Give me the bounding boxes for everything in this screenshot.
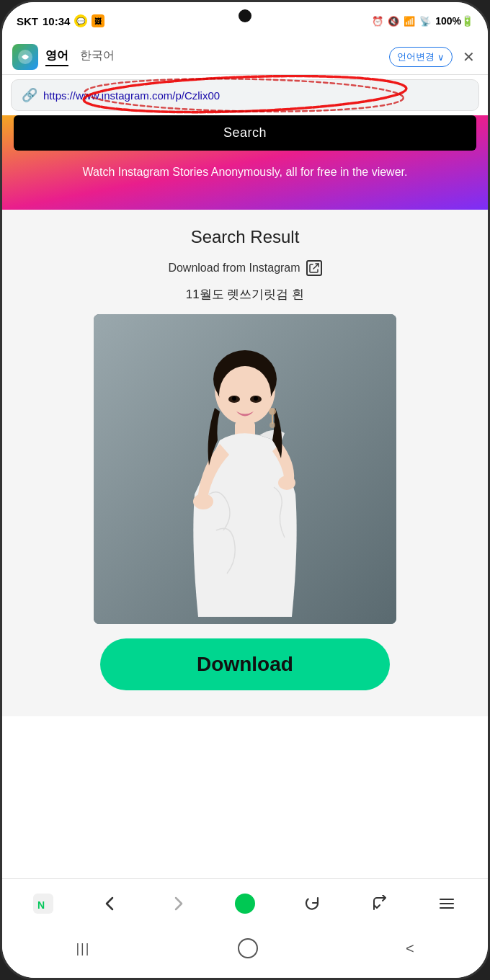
home-button[interactable]: [229, 888, 261, 919]
camera-notch: [239, 9, 251, 22]
gesture-bar: ||| <: [2, 927, 488, 978]
svg-point-17: [232, 396, 236, 401]
menu-button[interactable]: [431, 888, 463, 919]
battery-label: 100%🔋: [435, 15, 473, 27]
time-label: 10:34: [43, 15, 70, 27]
back-button[interactable]: [94, 888, 126, 919]
gallery-icon: 🖼: [92, 14, 104, 27]
post-image: [94, 314, 396, 624]
lang-tabs: 영어 한국어: [45, 48, 115, 66]
svg-point-10: [193, 494, 213, 509]
lang-tab-english[interactable]: 영어: [45, 48, 68, 66]
home-dot: [235, 894, 255, 914]
link-icon: 🔗: [22, 87, 37, 103]
close-button[interactable]: ✕: [460, 48, 478, 66]
download-link-row: Download from Instagram: [14, 260, 476, 276]
download-button[interactable]: Download: [100, 638, 390, 690]
gesture-home[interactable]: [238, 938, 258, 958]
bottom-nav: N: [2, 878, 488, 927]
phone-frame: SKT 10:34 💬 🖼 ⏰ 🔇 📶 📡 100%🔋 영어 한국어 언어변경: [0, 0, 490, 980]
wifi-icon: 📶: [404, 16, 415, 27]
url-text: https://www.instagram.com/p/Czlix00: [43, 89, 220, 102]
naver-button[interactable]: N: [27, 888, 59, 919]
url-bar[interactable]: 🔗 https://www.instagram.com/p/Czlix00: [11, 79, 479, 111]
svg-point-12: [269, 408, 276, 415]
download-link-label: Download from Instagram: [168, 262, 300, 275]
search-hero: Search Watch Instagram Stories Anonymous…: [2, 115, 488, 210]
browser-bar: 영어 한국어 언어변경 ∨ ✕: [2, 40, 488, 75]
alarm-icon: ⏰: [372, 16, 383, 27]
person-figure-svg: [94, 314, 396, 624]
browser-logo: [12, 44, 38, 70]
status-right: ⏰ 🔇 📶 📡 100%🔋: [372, 15, 473, 27]
search-label: Search: [223, 125, 267, 140]
status-left: SKT 10:34 💬 🖼: [17, 14, 104, 27]
result-section: Search Result Download from Instagram 11…: [2, 210, 488, 716]
download-btn-wrapper: Download: [14, 638, 476, 705]
result-title: Search Result: [14, 227, 476, 247]
url-bar-wrapper: 🔗 https://www.instagram.com/p/Czlix00: [11, 79, 479, 111]
svg-text:N: N: [37, 899, 45, 911]
chevron-down-icon: ∨: [437, 52, 445, 63]
lang-tab-korean[interactable]: 한국어: [80, 48, 115, 66]
post-caption: 11월도 렛쓰기릿검 흰: [14, 286, 476, 303]
svg-point-11: [278, 476, 295, 490]
status-bar: SKT 10:34 💬 🖼 ⏰ 🔇 📶 📡 100%🔋: [2, 2, 488, 40]
carrier-label: SKT: [17, 15, 38, 27]
share-button[interactable]: [364, 888, 396, 919]
translate-label: 언어변경: [397, 50, 435, 63]
svg-point-14: [270, 422, 275, 428]
mute-icon: 🔇: [388, 16, 399, 27]
hero-tagline: Watch Instagram Stories Anonymously, all…: [14, 151, 476, 188]
external-link-icon[interactable]: [306, 260, 322, 276]
search-box[interactable]: Search: [14, 115, 476, 151]
gesture-right[interactable]: <: [406, 940, 414, 957]
forward-button[interactable]: [162, 888, 194, 919]
svg-point-18: [254, 396, 258, 401]
gesture-left[interactable]: |||: [76, 941, 90, 956]
signal-icon: 📡: [419, 16, 431, 27]
reload-button[interactable]: [296, 888, 328, 919]
download-btn-label: Download: [197, 653, 293, 675]
translate-button[interactable]: 언어변경 ∨: [389, 47, 453, 67]
talk-icon: 💬: [74, 14, 87, 27]
